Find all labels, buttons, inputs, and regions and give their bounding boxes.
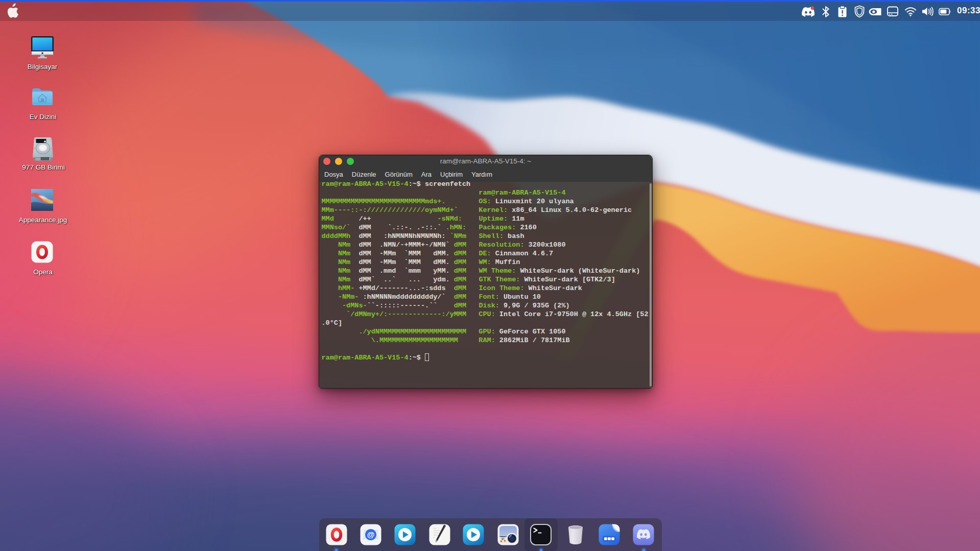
svg-text:@: @ — [367, 530, 375, 539]
